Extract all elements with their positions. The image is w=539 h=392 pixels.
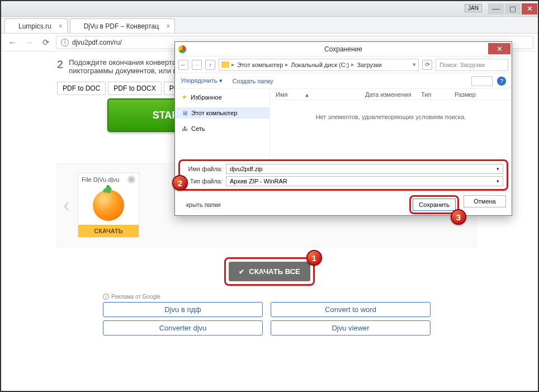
filetype-select[interactable]: Архив ZIP - WinRAR▾ [226, 176, 503, 186]
dialog-title: Сохранение [324, 45, 362, 53]
chevron-down-icon[interactable]: ▾ [497, 166, 499, 172]
callout-box-2: Имя файла: djvu2pdf.zip▾ Тип файла: Архи… [178, 159, 508, 191]
file-card: File DjVu.djvu × СКАЧАТЬ [78, 173, 139, 238]
dialog-close-button[interactable]: ✕ [488, 43, 510, 54]
col-type[interactable]: Тип [421, 91, 455, 98]
callout-2: 2 [172, 175, 188, 191]
crumb[interactable]: Этот компьютер [237, 62, 283, 68]
step-text: Подождите окончания конверта пиктограммы… [69, 58, 177, 75]
chevron-down-icon[interactable]: ▾ [413, 61, 416, 68]
save-dialog: Сохранение ✕ ← → ↑ ▸ Этот компьютер ▸ Ло… [174, 41, 512, 216]
orange-icon [93, 190, 124, 221]
dialog-nav: ← → ↑ ▸ Этот компьютер ▸ Локальный диск … [175, 56, 512, 73]
sort-asc-icon: ▲ [304, 92, 309, 98]
sidebar-favorites[interactable]: ★Избранное [175, 91, 270, 103]
reload-button[interactable]: ⟳ [39, 36, 53, 49]
step-number: 2 [57, 58, 63, 75]
refresh-button[interactable]: ⟳ [422, 60, 432, 70]
url-text: djvu2pdf.com/ru/ [72, 39, 122, 46]
minimize-button[interactable]: — [488, 3, 504, 15]
sidebar-this-pc[interactable]: 🖥Этот компьютер [175, 107, 270, 119]
col-size[interactable]: Размер [455, 91, 488, 98]
col-name[interactable]: Имя [276, 91, 287, 98]
close-button[interactable]: ✕ [522, 3, 537, 15]
download-all-section: ✔ СКАЧАТЬ ВСЕ 1 [1, 257, 538, 286]
tab-label: Lumpics.ru [18, 22, 51, 30]
nav-forward-button[interactable]: → [192, 60, 202, 70]
hide-folders-link[interactable]: крыть папки [186, 201, 221, 208]
dialog-sidebar: ★Избранное 🖥Этот компьютер 🖧Сеть [175, 89, 270, 157]
file-card-header: File DjVu.djvu × [78, 173, 139, 186]
search-input[interactable]: Поиск: Загрузки [436, 59, 508, 71]
file-name: File DjVu.djvu [82, 176, 119, 183]
file-thumbnail [78, 186, 139, 225]
ad-link[interactable]: Converter djvu [103, 320, 263, 336]
callout-3: 3 [451, 209, 466, 225]
dialog-body: ★Избранное 🖥Этот компьютер 🖧Сеть Имя▲ Да… [175, 89, 512, 157]
callout-box-3: Сохранить 3 [409, 195, 459, 214]
star-icon: ★ [182, 93, 187, 101]
back-button[interactable]: ← [6, 36, 19, 49]
new-folder-button[interactable]: Создать папку [233, 78, 273, 84]
filetype-label: Тип файла: [183, 178, 223, 185]
cancel-button[interactable]: Отмена [464, 195, 506, 207]
dialog-titlebar: Сохранение ✕ [175, 42, 512, 56]
tab-lumpics[interactable]: Lumpics.ru × [4, 18, 68, 33]
close-tab-icon[interactable]: × [59, 22, 63, 30]
sidebar-network[interactable]: 🖧Сеть [175, 123, 270, 134]
ad-link[interactable]: Djvu viewer [271, 320, 431, 336]
folder-icon [221, 62, 229, 68]
crumb[interactable]: Загрузки [357, 62, 381, 68]
tab-pdf-to-docx[interactable]: PDF to DOCX [108, 82, 161, 95]
ad-links: Djvu в пдф Convert to word Converter djv… [103, 302, 538, 336]
filename-label: Имя файла: [183, 166, 223, 172]
forward-button[interactable]: → [22, 36, 36, 49]
callout-1: 1 [306, 250, 322, 266]
ad-link[interactable]: Djvu в пдф [103, 302, 263, 317]
file-list: Имя▲ Дата изменения Тип Размер Нет элеме… [270, 89, 512, 157]
download-all-label: СКАЧАТЬ ВСЕ [249, 267, 300, 276]
view-mode-button[interactable] [471, 76, 493, 86]
pc-icon: 🖥 [182, 110, 188, 116]
crumb[interactable]: Локальный диск (C:) [291, 62, 349, 68]
window-titlebar: JAN — ▢ ✕ [1, 1, 538, 17]
dialog-footer: крыть папки Сохранить 3 Отмена [175, 192, 512, 219]
tab-pdf-to-doc[interactable]: PDF to DOC [57, 82, 106, 95]
check-icon: ✔ [239, 268, 244, 276]
dialog-toolbar: Упорядочить ▾ Создать папку ? [175, 73, 512, 89]
save-button[interactable]: Сохранить [413, 199, 456, 211]
network-icon: 🖧 [182, 125, 188, 132]
info-icon: i [103, 294, 109, 300]
site-info-icon[interactable]: i [61, 39, 69, 46]
filename-input[interactable]: djvu2pdf.zip▾ [226, 164, 503, 174]
breadcrumb[interactable]: ▸ Этот компьютер ▸ Локальный диск (C:) ▸… [219, 59, 419, 71]
browser-tabs: Lumpics.ru × DjVu в PDF – Конвертац × [1, 17, 538, 34]
tab-djvu2pdf[interactable]: DjVu в PDF – Конвертац × [70, 18, 175, 33]
callout-box-1: ✔ СКАЧАТЬ ВСЕ 1 [224, 257, 314, 286]
user-label: JAN [465, 4, 482, 12]
chrome-icon [178, 45, 186, 53]
empty-message: Нет элементов, удовлетворяющих условиям … [270, 100, 512, 120]
ad-link[interactable]: Convert to word [271, 302, 431, 317]
organize-menu[interactable]: Упорядочить ▾ [181, 77, 223, 84]
close-tab-icon[interactable]: × [166, 22, 170, 30]
nav-up-button[interactable]: ↑ [205, 60, 215, 70]
nav-back-button[interactable]: ← [178, 60, 188, 70]
list-header: Имя▲ Дата изменения Тип Размер [270, 89, 512, 100]
filetype-row: Тип файла: Архив ZIP - WinRAR▾ [183, 175, 503, 187]
download-all-button[interactable]: ✔ СКАЧАТЬ ВСЕ [229, 262, 310, 281]
col-date[interactable]: Дата изменения [365, 91, 421, 98]
help-icon[interactable]: ? [497, 77, 506, 86]
remove-file-icon[interactable]: × [127, 176, 135, 183]
tab-label: DjVu в PDF – Конвертац [84, 22, 159, 30]
chevron-down-icon[interactable]: ▾ [497, 178, 499, 184]
file-download-button[interactable]: СКАЧАТЬ [78, 225, 139, 237]
maximize-button[interactable]: ▢ [505, 3, 521, 15]
carousel-prev-icon[interactable]: ‹ [63, 193, 70, 217]
filename-row: Имя файла: djvu2pdf.zip▾ [183, 163, 503, 175]
ads-label: i Реклама от Google [103, 294, 538, 300]
